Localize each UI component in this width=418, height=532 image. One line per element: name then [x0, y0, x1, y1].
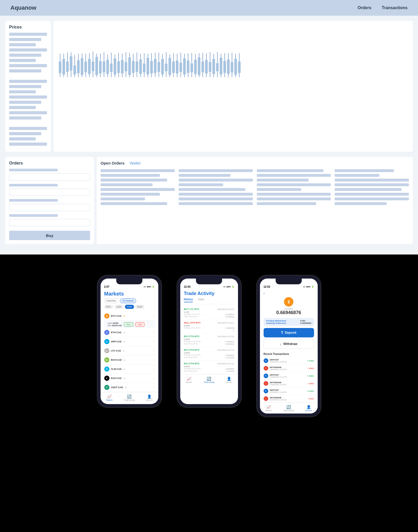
- open-tab[interactable]: Open: [198, 298, 204, 302]
- price-bar[interactable]: [9, 43, 36, 46]
- withdraw-tx-icon-2: ↑: [264, 381, 268, 386]
- trade-detail: 2 ETH: [184, 365, 234, 368]
- candlestick: [154, 53, 156, 77]
- price-bar[interactable]: [9, 69, 41, 72]
- candle-wick-top: [140, 54, 141, 59]
- withdraw-button[interactable]: ↓ Withdraw: [264, 339, 314, 349]
- trade-label: Average Price (ETH): [184, 354, 201, 356]
- price-bar[interactable]: [9, 64, 47, 67]
- candle-wick-bottom: [159, 72, 159, 77]
- trade-total-detail: Total Price (BTC) 0.12129: [184, 370, 234, 372]
- price-bar[interactable]: [9, 137, 36, 140]
- trade-activity-nav-item[interactable]: 🔄 Trade Activity: [124, 394, 135, 401]
- price-bar[interactable]: [9, 33, 47, 36]
- usd-currency-tab[interactable]: USD: [114, 305, 124, 309]
- price-bar[interactable]: [9, 116, 41, 120]
- price-bar[interactable]: [9, 132, 41, 135]
- bch-symbol: BCH·CAD: [111, 359, 122, 361]
- price-bar[interactable]: [9, 90, 36, 93]
- logo: Aquanow: [10, 4, 36, 11]
- account-nav-item[interactable]: 👤 Account: [146, 394, 153, 401]
- market-item-left: ₿ BTC·CAD ★: [104, 313, 126, 319]
- eos-star[interactable]: ★: [123, 377, 126, 380]
- xrp-star[interactable]: ★: [123, 340, 125, 343]
- btc-sell-button[interactable]: Sell: [135, 322, 144, 327]
- candle-wick-bottom: [78, 73, 79, 77]
- candlestick: [198, 53, 200, 77]
- watchlist-tab[interactable]: Watchlist: [104, 298, 118, 303]
- buy-button[interactable]: Buy: [9, 231, 90, 240]
- status-bar-3: 12:53 ▪▪▪ WiFi 🔋: [260, 284, 318, 289]
- cad-currency-tab[interactable]: CAD: [125, 305, 134, 309]
- candlestick: [169, 54, 171, 77]
- trade-type: BUY ETH-BTC: [184, 335, 200, 338]
- order-input-4[interactable]: [9, 219, 90, 226]
- tx-left: ↑ WITHDRAW 2030/04/01 12:31:00: [264, 366, 287, 371]
- candlestick: [99, 54, 102, 77]
- tx-date: 2030/03/02 12:12:59: [270, 376, 287, 378]
- eth-star[interactable]: ★: [123, 331, 125, 334]
- favorite-star[interactable]: ★: [123, 315, 125, 318]
- usdt-star[interactable]: ★: [125, 386, 127, 389]
- market-item-ltc[interactable]: Ł LTC·CAD ★ ∨: [104, 346, 155, 355]
- all-markets-tab[interactable]: All Markets: [120, 298, 136, 303]
- back-button[interactable]: ‹: [264, 291, 265, 295]
- trade-total-label: Total Price (BTC): [184, 343, 198, 345]
- deposit-button[interactable]: T Deposit: [264, 328, 314, 337]
- wallet-tab[interactable]: Wallet: [130, 161, 141, 165]
- markets-nav-2[interactable]: 📈 Markets: [186, 377, 192, 383]
- candle-body: [88, 59, 91, 74]
- market-item-btc[interactable]: ₿ BTC·CAD ★ ∧: [104, 312, 155, 321]
- order-input-2[interactable]: [9, 189, 90, 196]
- market-item-xrp[interactable]: X XRP·CAD ★ ∨: [104, 337, 155, 346]
- account-nav-3[interactable]: 👤 Account: [305, 405, 312, 411]
- price-bar[interactable]: [9, 48, 47, 52]
- markets-nav-3[interactable]: 📈 Markets: [265, 405, 272, 411]
- price-bar[interactable]: [9, 95, 47, 99]
- candlestick: [77, 54, 80, 77]
- account-header: ‹ ₿ Available 0.66946876: [260, 289, 318, 318]
- order-row: [101, 183, 153, 186]
- price-bar[interactable]: [9, 143, 47, 146]
- market-item-xlm[interactable]: ✦ XLM·CAD ★ ∨: [104, 365, 155, 374]
- trade-nav-3[interactable]: 🔄 Trade Activity: [283, 405, 294, 411]
- market-item-eos[interactable]: E EOS·CAD ★ ∨: [104, 374, 155, 383]
- account-nav-2[interactable]: 👤 Account: [226, 377, 232, 383]
- candle-body: [81, 58, 83, 75]
- markets-nav-item[interactable]: 📈 Markets: [106, 394, 113, 401]
- orders-column-3: [257, 169, 331, 207]
- price-bar[interactable]: [9, 54, 41, 57]
- price-bar[interactable]: [9, 101, 41, 104]
- xlm-star[interactable]: ★: [123, 368, 126, 371]
- price-bar[interactable]: [9, 106, 36, 109]
- market-item-usdt[interactable]: T USDT·CAD ★ ∨: [104, 383, 155, 392]
- transactions-nav[interactable]: Transactions: [382, 5, 408, 10]
- market-item-bch[interactable]: B BCH·CAD ★ ∨: [104, 355, 155, 365]
- btc-currency-tab[interactable]: BTC: [104, 305, 113, 309]
- order-input-3[interactable]: [9, 204, 90, 211]
- candle-body: [216, 63, 219, 71]
- bch-star[interactable]: ★: [123, 359, 126, 361]
- eur-currency-tab[interactable]: EUR: [135, 305, 144, 309]
- candle-wick-bottom: [181, 72, 181, 77]
- price-bar[interactable]: [9, 85, 41, 88]
- ltc-star[interactable]: ★: [123, 349, 125, 352]
- trade-nav-2[interactable]: 🔄 Trade Activity: [204, 377, 214, 383]
- price-bar[interactable]: [9, 127, 47, 130]
- order-row: [335, 197, 409, 200]
- orders-nav[interactable]: Orders: [358, 5, 371, 10]
- phone-account: 12:53 ▪▪▪ WiFi 🔋 ‹ ₿ Available 0.6694687…: [257, 275, 321, 417]
- candle-wick-top: [191, 53, 192, 63]
- open-orders-tab[interactable]: Open Orders: [101, 161, 125, 165]
- price-bar[interactable]: [9, 80, 47, 83]
- tx-amount: - 0.001: [307, 367, 314, 370]
- price-bar[interactable]: [9, 38, 41, 41]
- history-tab[interactable]: History: [184, 298, 193, 302]
- order-input-1[interactable]: [9, 173, 90, 181]
- trade-item-top: BUY LTC-BTC 2021/05/06 14:13:52: [184, 308, 234, 310]
- price-bar[interactable]: [9, 59, 36, 62]
- market-item-eth[interactable]: Ξ ETH·CAD ★ ∨: [104, 328, 155, 337]
- candle-body: [95, 57, 98, 75]
- btc-buy-button[interactable]: Buy: [124, 322, 133, 327]
- price-bar[interactable]: [9, 111, 47, 114]
